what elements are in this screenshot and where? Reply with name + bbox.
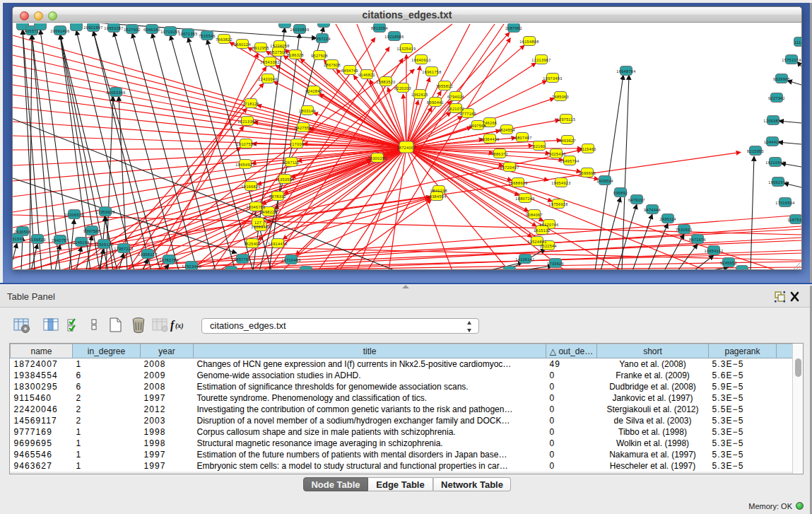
- svg-text:20206536: 20206536: [64, 213, 83, 217]
- svg-text:9527508: 9527508: [311, 54, 328, 58]
- svg-text:11353594: 11353594: [276, 177, 295, 182]
- svg-text:7485063: 7485063: [552, 95, 569, 99]
- svg-text:9242848: 9242848: [305, 89, 322, 93]
- svg-text:19166829: 19166829: [241, 185, 260, 189]
- svg-text:9146821: 9146821: [358, 73, 375, 77]
- svg-text:7955812: 7955812: [436, 84, 453, 88]
- svg-text:19384554: 19384554: [427, 194, 446, 199]
- svg-text:2636506: 2636506: [14, 230, 31, 234]
- svg-text:20921997: 20921997: [83, 25, 102, 30]
- svg-text:62160: 62160: [533, 144, 545, 148]
- svg-text:10654112: 10654112: [705, 249, 724, 253]
- svg-text:9227342: 9227342: [768, 96, 785, 100]
- svg-text:16648784: 16648784: [616, 69, 635, 74]
- svg-text:8427552: 8427552: [295, 126, 312, 130]
- svg-text:9474444: 9474444: [644, 208, 661, 212]
- svg-text:217006: 217006: [290, 142, 304, 146]
- svg-text:127: 127: [254, 221, 261, 225]
- svg-text:8878332: 8878332: [269, 194, 286, 199]
- svg-text:8454749: 8454749: [341, 69, 358, 73]
- svg-text:12093873: 12093873: [763, 119, 782, 123]
- svg-text:2522544: 2522544: [540, 244, 557, 248]
- svg-text:19692971: 19692971: [768, 180, 787, 185]
- svg-text:15751074: 15751074: [782, 58, 801, 62]
- svg-text:10958107: 10958107: [138, 252, 157, 257]
- svg-text:9245652: 9245652: [720, 261, 737, 265]
- svg-text:17957223: 17957223: [114, 247, 133, 251]
- svg-text:1621072: 1621072: [447, 107, 464, 111]
- svg-text:9115460: 9115460: [579, 147, 596, 151]
- svg-text:1409534: 1409534: [596, 179, 613, 183]
- svg-text:1156829: 1156829: [29, 238, 45, 242]
- svg-text:16210643: 16210643: [765, 160, 784, 165]
- svg-text:12213369: 12213369: [237, 119, 257, 124]
- svg-text:12213967: 12213967: [531, 58, 551, 62]
- svg-text:17016504: 17016504: [775, 201, 794, 205]
- svg-text:16033809: 16033809: [290, 28, 309, 32]
- svg-text:935892: 935892: [613, 191, 628, 195]
- svg-text:19654923: 19654923: [235, 163, 254, 167]
- svg-text:16914479: 16914479: [268, 242, 287, 246]
- svg-text:16640910: 16640910: [411, 58, 430, 62]
- svg-text:9841238: 9841238: [430, 189, 447, 193]
- svg-text:8186328: 8186328: [287, 53, 304, 57]
- svg-text:16961758: 16961758: [422, 70, 441, 74]
- svg-text:10025438: 10025438: [546, 152, 565, 156]
- svg-text:7515546: 7515546: [199, 34, 216, 38]
- svg-text:12975115: 12975115: [557, 117, 576, 122]
- svg-text:1615132: 1615132: [534, 228, 551, 233]
- svg-text:11325419: 11325419: [397, 47, 416, 51]
- svg-text:7625402: 7625402: [244, 242, 261, 246]
- svg-text:9397588: 9397588: [83, 229, 100, 233]
- svg-text:7632621: 7632621: [676, 228, 693, 232]
- svg-text:9777169: 9777169: [459, 112, 476, 116]
- svg-text:20053346: 20053346: [106, 90, 125, 95]
- svg-text:1167533: 1167533: [787, 218, 801, 222]
- svg-text:1733426: 1733426: [547, 262, 564, 266]
- svg-text:16495794: 16495794: [560, 159, 579, 163]
- svg-text:11125: 11125: [794, 40, 801, 45]
- svg-text:15226058: 15226058: [270, 44, 289, 48]
- svg-text:16543382: 16543382: [260, 60, 279, 64]
- svg-text:10046786: 10046786: [246, 205, 265, 209]
- svg-text:10719155: 10719155: [160, 30, 180, 34]
- svg-text:22420046: 22420046: [258, 77, 277, 81]
- svg-text:15883520: 15883520: [376, 80, 395, 84]
- svg-text:10671355: 10671355: [178, 32, 197, 36]
- svg-text:14055712: 14055712: [22, 29, 41, 33]
- svg-text:2942757: 2942757: [52, 238, 69, 243]
- svg-text:3498222: 3498222: [260, 210, 277, 214]
- svg-text:8220203: 8220203: [394, 86, 411, 90]
- svg-text:20691406: 20691406: [50, 29, 69, 33]
- svg-text:7886372: 7886372: [491, 152, 508, 156]
- svg-text:931549: 931549: [13, 237, 24, 241]
- svg-text:9660124: 9660124: [234, 42, 251, 47]
- svg-text:17359928: 17359928: [95, 210, 114, 214]
- svg-text:19654923: 19654923: [551, 181, 570, 185]
- svg-text:3824554: 3824554: [498, 128, 515, 132]
- svg-text:16782759: 16782759: [159, 258, 178, 262]
- svg-text:18807249: 18807249: [515, 197, 534, 201]
- svg-text:19218586: 19218586: [384, 35, 404, 39]
- svg-text:6479197: 6479197: [628, 198, 645, 202]
- svg-text:2935114: 2935114: [659, 217, 676, 221]
- svg-text:2803144: 2803144: [299, 109, 316, 113]
- svg-text:15716485: 15716485: [281, 258, 300, 262]
- svg-text:16120746: 16120746: [539, 223, 558, 227]
- svg-text:1244415: 1244415: [764, 140, 781, 144]
- svg-text:8471676: 8471676: [689, 238, 706, 242]
- svg-text:12505135: 12505135: [94, 243, 113, 247]
- svg-text:6497568: 6497568: [469, 124, 486, 128]
- svg-text:9527506: 9527506: [270, 50, 287, 54]
- svg-text:16154808: 16154808: [519, 40, 539, 44]
- svg-text:8990441: 8990441: [427, 100, 444, 105]
- svg-text:10807487: 10807487: [512, 136, 531, 140]
- svg-text:8813054: 8813054: [371, 26, 388, 30]
- svg-text:9699695: 9699695: [579, 171, 596, 175]
- svg-text:19756928: 19756928: [548, 202, 567, 206]
- svg-text:1527602: 1527602: [124, 28, 141, 32]
- svg-text:10099489: 10099489: [251, 225, 270, 229]
- svg-text:15720407: 15720407: [500, 165, 519, 170]
- svg-text:6794024: 6794024: [447, 95, 464, 99]
- svg-text:10688609: 10688609: [508, 181, 527, 185]
